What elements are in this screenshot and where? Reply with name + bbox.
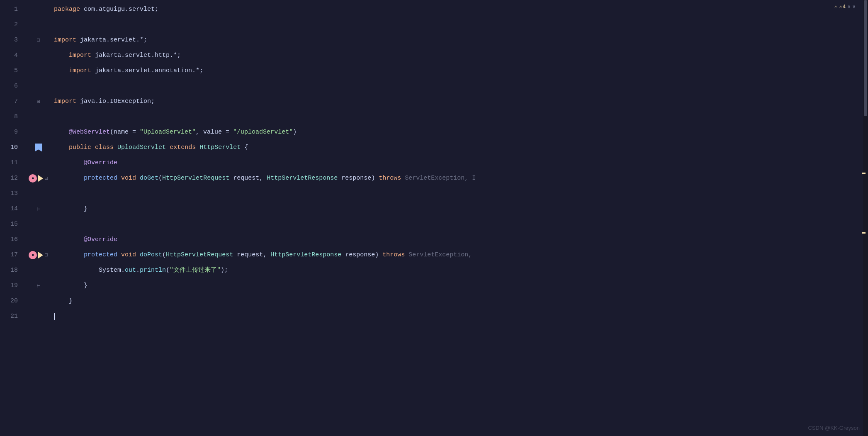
line-num-15: 15 bbox=[0, 217, 22, 232]
line-num-11: 11 bbox=[0, 155, 22, 171]
token: "文件上传过来了" bbox=[170, 263, 221, 278]
gutter-7: ⊟ bbox=[27, 94, 50, 109]
line-num-19: 19 bbox=[0, 278, 22, 293]
token bbox=[91, 140, 95, 155]
code-line-18: System. out . println ( "文件上传过来了" ); bbox=[54, 263, 868, 278]
fold-close-icon-14[interactable]: ⊢ bbox=[36, 205, 40, 212]
warning-chevron-up-icon[interactable]: ∧ bbox=[847, 3, 851, 10]
code-line-3: import jakarta.servlet.*; bbox=[54, 32, 868, 48]
token bbox=[401, 171, 405, 186]
token: jakarta.servlet.http.*; bbox=[91, 48, 181, 63]
line-num-6: 6 bbox=[0, 78, 22, 94]
token bbox=[54, 247, 84, 263]
line-num-8: 8 bbox=[0, 109, 22, 124]
code-line-21 bbox=[54, 309, 868, 324]
breakpoint-icon-17: ● bbox=[29, 251, 37, 259]
line-num-14: 14 bbox=[0, 201, 22, 217]
token: public bbox=[69, 140, 91, 155]
scrollbar-thumb[interactable] bbox=[864, 0, 867, 116]
line-num-18: 18 bbox=[0, 263, 22, 278]
token: HttpServletResponse bbox=[267, 171, 338, 186]
token: jakarta.servlet.annotation.*; bbox=[91, 63, 203, 78]
token bbox=[136, 171, 140, 186]
gutter-13 bbox=[27, 186, 50, 201]
breakpoint-arrow-12 bbox=[38, 175, 43, 182]
line-num-7: 7 bbox=[0, 94, 22, 109]
token: UploadServlet bbox=[117, 140, 166, 155]
token: response) bbox=[338, 171, 379, 186]
token: "UploadServlet" bbox=[140, 124, 196, 140]
line-num-9: 9 bbox=[0, 124, 22, 140]
token: HttpServletRequest bbox=[162, 171, 229, 186]
token: jakarta.servlet.*; bbox=[76, 32, 147, 48]
token bbox=[54, 232, 84, 247]
token: doGet bbox=[140, 171, 158, 186]
code-line-20: } bbox=[54, 293, 868, 309]
token bbox=[54, 155, 84, 171]
warning-chevron-down-icon[interactable]: ∨ bbox=[852, 3, 856, 10]
token: HttpServletResponse bbox=[270, 247, 341, 263]
warning-count: ⚠4 bbox=[839, 3, 846, 10]
line-num-17: 17 bbox=[0, 247, 22, 263]
token: } bbox=[54, 201, 88, 217]
token: (name = bbox=[110, 124, 140, 140]
gutter-14: ⊢ bbox=[27, 201, 50, 217]
token: com.atguigu.servlet; bbox=[80, 2, 158, 17]
code-line-1: package com.atguigu.servlet; bbox=[54, 2, 868, 17]
token: HttpServlet bbox=[199, 140, 241, 155]
token bbox=[166, 140, 170, 155]
fold-icon-12[interactable]: ⊟ bbox=[44, 175, 48, 182]
token: { bbox=[241, 140, 248, 155]
breakpoint-icon-12: ● bbox=[29, 174, 37, 183]
fold-icon-7[interactable]: ⊟ bbox=[36, 98, 40, 105]
code-content: package com.atguigu.servlet; import jaka… bbox=[50, 0, 868, 436]
class-bookmark-icon bbox=[35, 144, 42, 152]
token: "/uploadServlet" bbox=[233, 124, 293, 140]
token: System. bbox=[54, 263, 125, 278]
line-numbers: 1 2 3 4 5 6 7 8 9 10 11 12 13 14 15 16 1… bbox=[0, 0, 27, 436]
code-line-11: @Override bbox=[54, 155, 868, 171]
token bbox=[54, 124, 69, 140]
fold-icon-17[interactable]: ⊟ bbox=[44, 251, 48, 258]
token bbox=[117, 171, 121, 186]
token: request, bbox=[233, 247, 270, 263]
fold-icon-3[interactable]: ⊟ bbox=[36, 37, 40, 44]
protected-keyword-12: protected bbox=[84, 171, 117, 186]
scroll-marker-12 bbox=[862, 173, 866, 174]
gutter-20 bbox=[27, 293, 50, 309]
code-line-15 bbox=[54, 217, 868, 232]
token: ServletException, I bbox=[405, 171, 476, 186]
code-line-19: } bbox=[54, 278, 868, 293]
fold-close-icon-19[interactable]: ⊢ bbox=[36, 282, 40, 289]
token: ( bbox=[162, 247, 166, 263]
gutter-21 bbox=[27, 309, 50, 324]
token: extends bbox=[170, 140, 196, 155]
code-line-6 bbox=[54, 78, 868, 94]
token bbox=[54, 63, 69, 78]
token: @WebServlet bbox=[69, 124, 110, 140]
token bbox=[54, 48, 69, 63]
gutter-4 bbox=[27, 48, 50, 63]
code-line-8 bbox=[54, 109, 868, 124]
line-num-10: 10 bbox=[0, 140, 22, 155]
line-num-4: 4 bbox=[0, 48, 22, 63]
gutter-3: ⊟ bbox=[27, 32, 50, 48]
code-line-5: import jakarta.servlet.annotation.*; bbox=[54, 63, 868, 78]
warning-indicator: ⚠ ⚠4 ∧ ∨ bbox=[834, 3, 856, 10]
line-num-5: 5 bbox=[0, 63, 22, 78]
token: package bbox=[54, 2, 80, 17]
gutter-16 bbox=[27, 232, 50, 247]
watermark: CSDN @KK-Greyson bbox=[808, 425, 860, 431]
line-num-3: 3 bbox=[0, 32, 22, 48]
line-num-20: 20 bbox=[0, 293, 22, 309]
line-num-12: 12 bbox=[0, 171, 22, 186]
token bbox=[117, 247, 121, 263]
token: import bbox=[54, 94, 76, 109]
code-area: 1 2 3 4 5 6 7 8 9 10 11 12 13 14 15 16 1… bbox=[0, 0, 868, 436]
code-line-9: @WebServlet (name = "UploadServlet" , va… bbox=[54, 124, 868, 140]
token: ( bbox=[158, 171, 162, 186]
token: ); bbox=[221, 263, 228, 278]
code-line-2 bbox=[54, 17, 868, 32]
scrollbar-vertical[interactable] bbox=[863, 0, 868, 436]
token: import bbox=[54, 32, 76, 48]
